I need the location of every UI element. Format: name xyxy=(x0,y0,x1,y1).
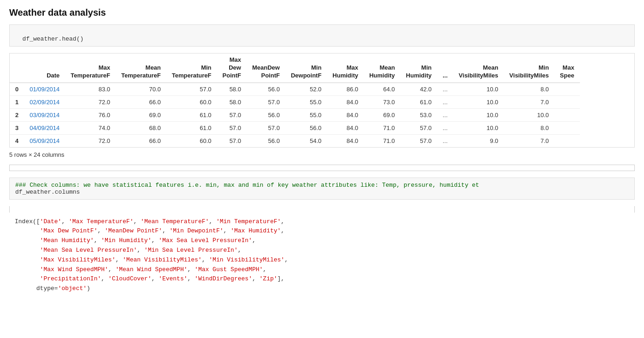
cell-max-humidity: 84.0 xyxy=(327,108,364,121)
cell-row-index: 0 xyxy=(10,83,24,95)
cell-row-index: 3 xyxy=(10,121,24,134)
cell-min-dew: 54.0 xyxy=(285,134,327,147)
rows-info: 5 rows × 24 columns xyxy=(9,151,635,158)
cell-min-temp: 61.0 xyxy=(166,121,217,134)
cell-ellipsis: ... xyxy=(437,83,453,95)
table-row: 4 05/09/2014 72.0 66.0 60.0 57.0 56.0 54… xyxy=(10,134,580,147)
cell-min-vis: 7.0 xyxy=(504,134,555,147)
col-header-max-speed: MaxSpee xyxy=(555,53,580,83)
cell-max-temp: 74.0 xyxy=(65,121,116,134)
col-header-max-dew: MaxDewPointF xyxy=(217,53,247,83)
cell-min-vis: 8.0 xyxy=(504,83,555,95)
scroll-bar-2[interactable] xyxy=(9,206,635,213)
col-header-mean-temp: MeanTemperatureF xyxy=(116,53,166,83)
col-header-mean-humidity: MeanHumidity xyxy=(364,53,401,83)
cell-max-humidity: 86.0 xyxy=(327,83,364,95)
cell-date: 04/09/2014 xyxy=(24,121,65,134)
cell-min-dew: 52.0 xyxy=(285,83,327,95)
col-header-min-dew: MinDewpointF xyxy=(285,53,327,83)
col-header-ellipsis: ... xyxy=(437,53,453,83)
cell-date: 02/09/2014 xyxy=(24,95,65,108)
cell-mean-dew: 56.0 xyxy=(247,108,285,121)
cell-max-humidity: 84.0 xyxy=(327,121,364,134)
cell-mean-humidity: 71.0 xyxy=(364,121,401,134)
table-row: 2 03/09/2014 76.0 69.0 61.0 57.0 56.0 55… xyxy=(10,108,580,121)
col-header-mean-vis: MeanVisibilityMiles xyxy=(453,53,504,83)
cell-max-dew: 57.0 xyxy=(217,108,247,121)
cell-max-speed xyxy=(555,121,580,134)
cell-mean-humidity: 69.0 xyxy=(364,108,401,121)
cell-max-temp: 83.0 xyxy=(65,83,116,95)
cell-min-dew: 55.0 xyxy=(285,95,327,108)
cell-mean-vis: 10.0 xyxy=(453,83,504,95)
page-title: Weather data analysis xyxy=(9,7,635,18)
col-header-max-temp: MaxTemperatureF xyxy=(65,53,116,83)
cell-min-humidity: 57.0 xyxy=(401,134,437,147)
cell-ellipsis: ... xyxy=(437,95,453,108)
cell-min-vis: 10.0 xyxy=(504,108,555,121)
table-row: 3 04/09/2014 74.0 68.0 61.0 57.0 57.0 56… xyxy=(10,121,580,134)
table-row: 0 01/09/2014 83.0 70.0 57.0 58.0 56.0 52… xyxy=(10,83,580,95)
cell-min-vis: 8.0 xyxy=(504,121,555,134)
cell-max-dew: 58.0 xyxy=(217,83,247,95)
cell-mean-dew: 57.0 xyxy=(247,95,285,108)
cell-max-temp: 72.0 xyxy=(65,95,116,108)
cell-max-speed xyxy=(555,134,580,147)
table-body: 0 01/09/2014 83.0 70.0 57.0 58.0 56.0 52… xyxy=(10,83,580,147)
cell-mean-temp: 70.0 xyxy=(116,83,166,95)
cell-max-humidity: 84.0 xyxy=(327,95,364,108)
cell-mean-humidity: 71.0 xyxy=(364,134,401,147)
data-table-wrapper: Date MaxTemperatureF MeanTemperatureF Mi… xyxy=(9,53,635,148)
cell-mean-dew: 56.0 xyxy=(247,83,285,95)
cell-mean-humidity: 73.0 xyxy=(364,95,401,108)
cell-min-temp: 57.0 xyxy=(166,83,217,95)
col-header-date: Date xyxy=(24,53,65,83)
cell-min-humidity: 61.0 xyxy=(401,95,437,108)
cell-mean-vis: 10.0 xyxy=(453,121,504,134)
cell-mean-dew: 57.0 xyxy=(247,121,285,134)
code-block-1: df_weather.head() xyxy=(9,24,635,47)
cell-max-speed xyxy=(555,108,580,121)
cell-mean-vis: 10.0 xyxy=(453,108,504,121)
cell-max-dew: 57.0 xyxy=(217,121,247,134)
output-block: Index(['Date', 'Max TemperatureF', 'Mean… xyxy=(9,213,635,298)
cell-date: 01/09/2014 xyxy=(24,83,65,95)
cell-mean-dew: 56.0 xyxy=(247,134,285,147)
cell-min-dew: 56.0 xyxy=(285,121,327,134)
col-header-min-vis: MinVisibilityMiles xyxy=(504,53,555,83)
col-header-index xyxy=(10,53,24,83)
cell-mean-temp: 66.0 xyxy=(116,95,166,108)
cell-max-temp: 72.0 xyxy=(65,134,116,147)
cell-min-dew: 55.0 xyxy=(285,108,327,121)
cell-ellipsis: ... xyxy=(437,121,453,134)
cell-min-humidity: 42.0 xyxy=(401,83,437,95)
col-header-max-humidity: MaxHumidity xyxy=(327,53,364,83)
col-header-min-temp: MinTemperatureF xyxy=(166,53,217,83)
cell-mean-temp: 66.0 xyxy=(116,134,166,147)
table-header-row: Date MaxTemperatureF MeanTemperatureF Mi… xyxy=(10,53,580,83)
cell-mean-temp: 68.0 xyxy=(116,121,166,134)
cell-max-speed xyxy=(555,83,580,95)
cell-mean-humidity: 64.0 xyxy=(364,83,401,95)
data-table: Date MaxTemperatureF MeanTemperatureF Mi… xyxy=(10,53,580,147)
cell-min-temp: 60.0 xyxy=(166,95,217,108)
code-block-2: ### Check columns: we have statistical f… xyxy=(9,178,635,200)
cell-date: 05/09/2014 xyxy=(24,134,65,147)
cell-max-humidity: 84.0 xyxy=(327,134,364,147)
cell-ellipsis: ... xyxy=(437,108,453,121)
cell-ellipsis: ... xyxy=(437,134,453,147)
cell-min-humidity: 53.0 xyxy=(401,108,437,121)
cell-mean-vis: 9.0 xyxy=(453,134,504,147)
cell-min-temp: 61.0 xyxy=(166,108,217,121)
cell-mean-vis: 10.0 xyxy=(453,95,504,108)
scroll-bar-1[interactable] xyxy=(9,165,635,171)
cell-date: 03/09/2014 xyxy=(24,108,65,121)
cell-max-temp: 76.0 xyxy=(65,108,116,121)
cell-row-index: 1 xyxy=(10,95,24,108)
col-header-mean-dew: MeanDewPointF xyxy=(247,53,285,83)
cell-max-dew: 58.0 xyxy=(217,95,247,108)
table-row: 1 02/09/2014 72.0 66.0 60.0 58.0 57.0 55… xyxy=(10,95,580,108)
cell-min-humidity: 57.0 xyxy=(401,121,437,134)
cell-row-index: 2 xyxy=(10,108,24,121)
cell-min-vis: 7.0 xyxy=(504,95,555,108)
